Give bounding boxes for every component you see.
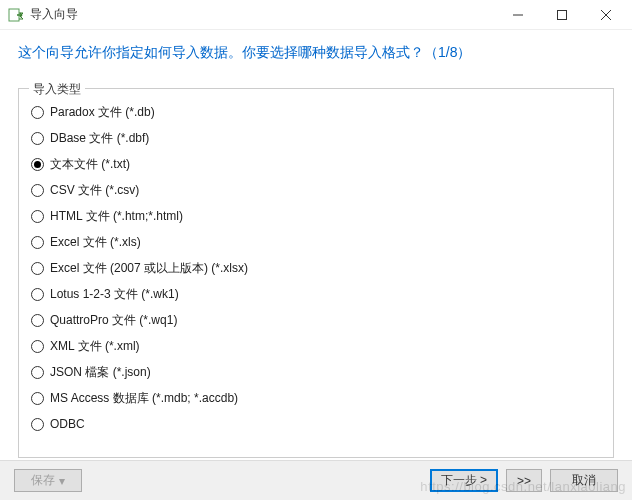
import-type-label: XML 文件 (*.xml) [50,338,140,355]
import-type-label: HTML 文件 (*.htm;*.html) [50,208,183,225]
chevron-down-icon: ▾ [59,474,65,488]
import-type-label: CSV 文件 (*.csv) [50,182,139,199]
import-wizard-icon [8,7,24,23]
import-type-option[interactable]: ODBC [31,411,601,437]
import-type-option[interactable]: 文本文件 (*.txt) [31,151,601,177]
window-controls [496,1,628,29]
wizard-heading: 这个向导允许你指定如何导入数据。你要选择哪种数据导入格式？（1/8） [0,30,632,70]
radio-icon [31,418,44,431]
import-type-label: 文本文件 (*.txt) [50,156,130,173]
radio-icon [31,392,44,405]
radio-icon [31,288,44,301]
import-type-label: Excel 文件 (2007 或以上版本) (*.xlsx) [50,260,248,277]
group-legend: 导入类型 [29,81,85,98]
radio-icon [31,236,44,249]
maximize-button[interactable] [540,1,584,29]
skip-button[interactable]: >> [506,469,542,492]
titlebar: 导入向导 [0,0,632,30]
next-button[interactable]: 下一步 > [430,469,498,492]
radio-icon [31,340,44,353]
import-type-option[interactable]: QuattroPro 文件 (*.wq1) [31,307,601,333]
radio-icon [31,158,44,171]
import-type-option[interactable]: CSV 文件 (*.csv) [31,177,601,203]
window-title: 导入向导 [30,6,496,23]
import-type-option[interactable]: HTML 文件 (*.htm;*.html) [31,203,601,229]
import-type-label: Excel 文件 (*.xls) [50,234,141,251]
close-button[interactable] [584,1,628,29]
import-type-option[interactable]: DBase 文件 (*.dbf) [31,125,601,151]
import-type-label: MS Access 数据库 (*.mdb; *.accdb) [50,390,238,407]
import-type-option[interactable]: MS Access 数据库 (*.mdb; *.accdb) [31,385,601,411]
import-type-label: ODBC [50,417,85,431]
radio-icon [31,314,44,327]
import-type-option[interactable]: Excel 文件 (2007 或以上版本) (*.xlsx) [31,255,601,281]
import-type-label: JSON 檔案 (*.json) [50,364,151,381]
cancel-button[interactable]: 取消 [550,469,618,492]
radio-icon [31,106,44,119]
svg-rect-2 [558,10,567,19]
minimize-button[interactable] [496,1,540,29]
import-type-option[interactable]: Paradox 文件 (*.db) [31,99,601,125]
import-type-label: Lotus 1-2-3 文件 (*.wk1) [50,286,179,303]
radio-icon [31,210,44,223]
radio-icon [31,366,44,379]
import-type-label: DBase 文件 (*.dbf) [50,130,149,147]
import-type-group: 导入类型 Paradox 文件 (*.db)DBase 文件 (*.dbf)文本… [18,88,614,458]
import-type-option[interactable]: XML 文件 (*.xml) [31,333,601,359]
import-type-option[interactable]: Lotus 1-2-3 文件 (*.wk1) [31,281,601,307]
import-type-label: QuattroPro 文件 (*.wq1) [50,312,177,329]
radio-icon [31,262,44,275]
save-button[interactable]: 保存 ▾ [14,469,82,492]
radio-icon [31,184,44,197]
import-type-option[interactable]: JSON 檔案 (*.json) [31,359,601,385]
import-type-option[interactable]: Excel 文件 (*.xls) [31,229,601,255]
wizard-footer: 保存 ▾ 下一步 > >> 取消 [0,460,632,500]
import-type-label: Paradox 文件 (*.db) [50,104,155,121]
radio-icon [31,132,44,145]
save-button-label: 保存 [31,472,55,489]
